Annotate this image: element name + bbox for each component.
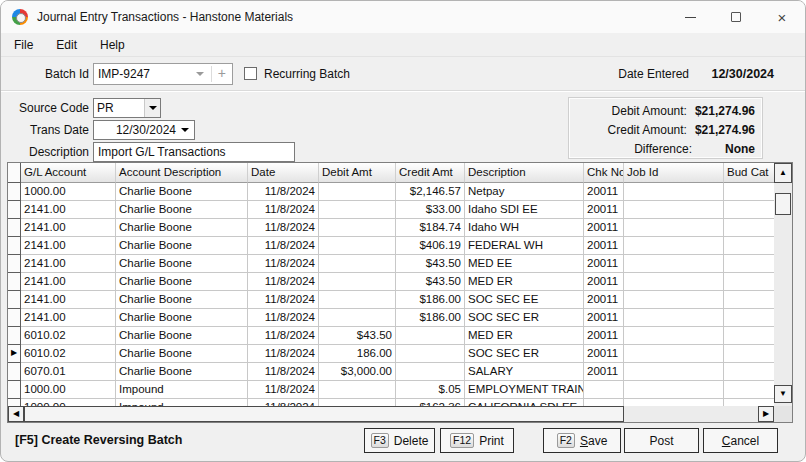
description-field[interactable]: Import G/L Transactions bbox=[93, 142, 295, 162]
row-selector[interactable]: ▶ bbox=[8, 345, 21, 363]
cell-credit[interactable] bbox=[396, 345, 465, 363]
cell-desc[interactable]: Netpay bbox=[465, 183, 584, 201]
cell-adesc[interactable]: Charlie Boone bbox=[116, 273, 248, 291]
cell-job[interactable] bbox=[624, 327, 724, 345]
cell-chk[interactable]: 20011 bbox=[584, 219, 624, 237]
cell-gl[interactable]: 6010.02 bbox=[21, 345, 116, 363]
header-description[interactable]: Description bbox=[465, 163, 584, 183]
cell-desc[interactable]: SOC SEC EE bbox=[465, 291, 584, 309]
cell-desc[interactable]: SOC SEC ER bbox=[465, 309, 584, 327]
horizontal-scrollbar[interactable]: ◀ ▶ bbox=[8, 406, 774, 422]
cell-gl[interactable]: 6070.01 bbox=[21, 363, 116, 381]
cell-gl[interactable]: 1000.00 bbox=[21, 183, 116, 201]
cell-desc[interactable]: Idaho WH bbox=[465, 219, 584, 237]
cell-bud[interactable] bbox=[724, 255, 776, 273]
post-button[interactable]: Post bbox=[624, 428, 699, 453]
horizontal-scroll-thumb[interactable] bbox=[24, 406, 624, 422]
cell-credit[interactable]: $.05 bbox=[396, 381, 465, 399]
cell-adesc[interactable]: Charlie Boone bbox=[116, 327, 248, 345]
cell-desc[interactable]: SOC SEC ER bbox=[465, 345, 584, 363]
cell-credit[interactable]: $2,146.57 bbox=[396, 183, 465, 201]
cell-desc[interactable]: EMPLOYMENT TRAINING bbox=[465, 381, 584, 399]
cell-chk[interactable]: 20011 bbox=[584, 183, 624, 201]
delete-button[interactable]: F3 Delete bbox=[364, 428, 435, 453]
table-row[interactable]: 2141.00Charlie Boone11/8/2024$33.00Idaho… bbox=[8, 201, 776, 219]
cell-debit[interactable] bbox=[319, 255, 396, 273]
cell-debit[interactable] bbox=[319, 291, 396, 309]
cell-adesc[interactable]: Charlie Boone bbox=[116, 219, 248, 237]
cell-credit[interactable]: $43.50 bbox=[396, 273, 465, 291]
cell-gl[interactable]: 2141.00 bbox=[21, 309, 116, 327]
batch-id-combo[interactable]: IMP-9247 + bbox=[93, 63, 233, 85]
cell-gl[interactable]: 2141.00 bbox=[21, 237, 116, 255]
cell-adesc[interactable]: Charlie Boone bbox=[116, 363, 248, 381]
cell-job[interactable] bbox=[624, 183, 724, 201]
cell-desc[interactable]: MED ER bbox=[465, 273, 584, 291]
scroll-up-icon[interactable]: ▲ bbox=[774, 163, 792, 183]
cell-adesc[interactable]: Charlie Boone bbox=[116, 237, 248, 255]
table-row[interactable]: 2141.00Charlie Boone11/8/2024$43.50MED E… bbox=[8, 255, 776, 273]
cell-bud[interactable] bbox=[724, 291, 776, 309]
cell-chk[interactable]: 20011 bbox=[584, 201, 624, 219]
header-bud-cat[interactable]: Bud Cat bbox=[724, 163, 776, 183]
menu-help[interactable]: Help bbox=[90, 35, 135, 55]
cell-job[interactable] bbox=[624, 237, 724, 255]
header-debit-amt[interactable]: Debit Amt bbox=[319, 163, 396, 183]
table-row[interactable]: 2141.00Charlie Boone11/8/2024$406.19FEDE… bbox=[8, 237, 776, 255]
cell-date[interactable]: 11/8/2024 bbox=[248, 363, 319, 381]
cell-debit[interactable] bbox=[319, 219, 396, 237]
cell-adesc[interactable]: Impound bbox=[116, 381, 248, 399]
cell-bud[interactable] bbox=[724, 183, 776, 201]
chevron-down-icon[interactable] bbox=[181, 128, 189, 132]
cell-bud[interactable] bbox=[724, 201, 776, 219]
cell-chk[interactable] bbox=[584, 381, 624, 399]
cell-bud[interactable] bbox=[724, 381, 776, 399]
table-row[interactable]: 1000.00Charlie Boone11/8/2024$2,146.57Ne… bbox=[8, 183, 776, 201]
chevron-down-icon[interactable] bbox=[196, 72, 204, 76]
cell-debit[interactable] bbox=[319, 237, 396, 255]
row-selector[interactable] bbox=[8, 309, 21, 327]
cell-adesc[interactable]: Charlie Boone bbox=[116, 345, 248, 363]
header-account-description[interactable]: Account Description bbox=[116, 163, 248, 183]
table-row[interactable]: 6010.02Charlie Boone11/8/2024$43.50MED E… bbox=[8, 327, 776, 345]
table-row[interactable]: 2141.00Charlie Boone11/8/2024$186.00SOC … bbox=[8, 309, 776, 327]
menu-file[interactable]: File bbox=[4, 35, 43, 55]
table-row[interactable]: 2141.00Charlie Boone11/8/2024$43.50MED E… bbox=[8, 273, 776, 291]
cell-debit[interactable] bbox=[319, 201, 396, 219]
row-selector[interactable] bbox=[8, 219, 21, 237]
cell-debit[interactable]: 186.00 bbox=[319, 345, 396, 363]
cell-chk[interactable]: 20011 bbox=[584, 255, 624, 273]
cell-date[interactable]: 11/8/2024 bbox=[248, 381, 319, 399]
cell-credit[interactable]: $186.00 bbox=[396, 309, 465, 327]
cell-bud[interactable] bbox=[724, 309, 776, 327]
trans-date-field[interactable]: 12/30/2024 bbox=[93, 120, 195, 140]
cell-credit[interactable]: $33.00 bbox=[396, 201, 465, 219]
table-row[interactable]: 1000.00Impound11/8/2024$.05EMPLOYMENT TR… bbox=[8, 381, 776, 399]
cell-chk[interactable]: 20011 bbox=[584, 309, 624, 327]
scroll-left-icon[interactable]: ◀ bbox=[8, 406, 24, 422]
cell-credit[interactable]: $43.50 bbox=[396, 255, 465, 273]
cell-gl[interactable]: 2141.00 bbox=[21, 291, 116, 309]
vertical-scroll-thumb[interactable] bbox=[775, 193, 791, 215]
header-date[interactable]: Date bbox=[248, 163, 319, 183]
print-button[interactable]: F12 Print bbox=[440, 428, 514, 453]
create-reversing-batch-hint[interactable]: [F5] Create Reversing Batch bbox=[15, 433, 182, 447]
table-row[interactable]: ▶6010.02Charlie Boone11/8/2024186.00SOC … bbox=[8, 345, 776, 363]
cell-debit[interactable] bbox=[319, 381, 396, 399]
save-button[interactable]: F2 Save bbox=[543, 428, 621, 453]
cell-debit[interactable] bbox=[319, 183, 396, 201]
row-selector[interactable] bbox=[8, 183, 21, 201]
recurring-batch-checkbox[interactable] bbox=[244, 67, 257, 80]
cell-bud[interactable] bbox=[724, 219, 776, 237]
minimize-button[interactable] bbox=[667, 1, 713, 33]
cell-bud[interactable] bbox=[724, 327, 776, 345]
row-selector[interactable] bbox=[8, 273, 21, 291]
header-gl-account[interactable]: G/L Account bbox=[21, 163, 116, 183]
cell-debit[interactable] bbox=[319, 273, 396, 291]
cell-date[interactable]: 11/8/2024 bbox=[248, 327, 319, 345]
cell-adesc[interactable]: Charlie Boone bbox=[116, 309, 248, 327]
cell-job[interactable] bbox=[624, 255, 724, 273]
header-job-id[interactable]: Job Id bbox=[624, 163, 724, 183]
cell-chk[interactable]: 20011 bbox=[584, 327, 624, 345]
row-selector[interactable] bbox=[8, 327, 21, 345]
